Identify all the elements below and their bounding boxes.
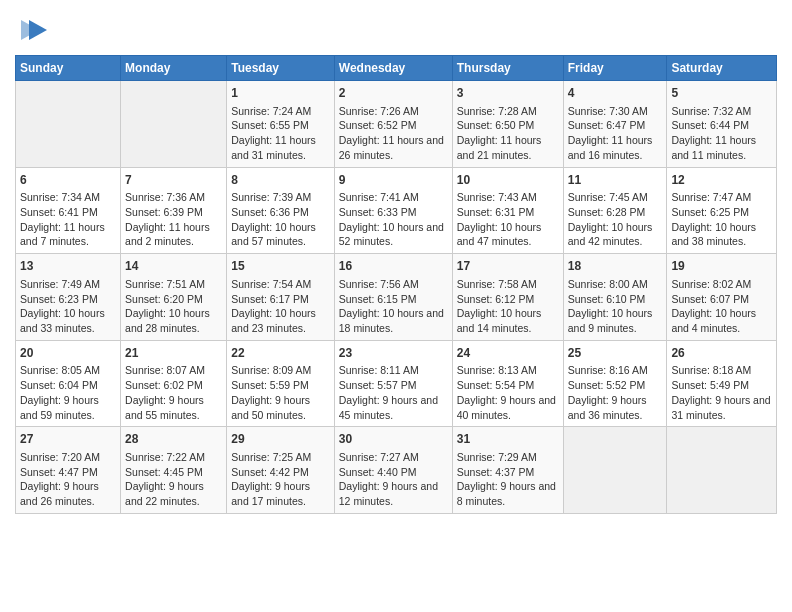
day-info: Daylight: 9 hours and 55 minutes.: [125, 393, 222, 422]
day-number: 3: [457, 85, 559, 102]
day-info: Sunset: 6:39 PM: [125, 205, 222, 220]
day-number: 4: [568, 85, 663, 102]
day-info: Sunrise: 7:28 AM: [457, 104, 559, 119]
day-info: Sunrise: 7:20 AM: [20, 450, 116, 465]
weekday-header-cell: Saturday: [667, 56, 777, 81]
calendar-cell: 26Sunrise: 8:18 AMSunset: 5:49 PMDayligh…: [667, 340, 777, 427]
calendar-week-row: 13Sunrise: 7:49 AMSunset: 6:23 PMDayligh…: [16, 254, 777, 341]
day-info: Sunset: 6:17 PM: [231, 292, 330, 307]
calendar-cell: [121, 81, 227, 168]
day-number: 23: [339, 345, 448, 362]
weekday-header-cell: Wednesday: [334, 56, 452, 81]
calendar-cell: 17Sunrise: 7:58 AMSunset: 6:12 PMDayligh…: [452, 254, 563, 341]
day-info: Sunset: 6:41 PM: [20, 205, 116, 220]
day-number: 26: [671, 345, 772, 362]
day-number: 22: [231, 345, 330, 362]
calendar-cell: [563, 427, 667, 514]
day-info: Daylight: 10 hours and 33 minutes.: [20, 306, 116, 335]
day-info: Daylight: 9 hours and 31 minutes.: [671, 393, 772, 422]
day-number: 19: [671, 258, 772, 275]
day-info: Daylight: 11 hours and 2 minutes.: [125, 220, 222, 249]
calendar-week-row: 6Sunrise: 7:34 AMSunset: 6:41 PMDaylight…: [16, 167, 777, 254]
day-info: Sunset: 6:52 PM: [339, 118, 448, 133]
day-number: 28: [125, 431, 222, 448]
day-info: Sunrise: 7:26 AM: [339, 104, 448, 119]
calendar-cell: 7Sunrise: 7:36 AMSunset: 6:39 PMDaylight…: [121, 167, 227, 254]
day-info: Daylight: 10 hours and 57 minutes.: [231, 220, 330, 249]
day-info: Sunset: 6:28 PM: [568, 205, 663, 220]
calendar-cell: 4Sunrise: 7:30 AMSunset: 6:47 PMDaylight…: [563, 81, 667, 168]
calendar-week-row: 20Sunrise: 8:05 AMSunset: 6:04 PMDayligh…: [16, 340, 777, 427]
day-info: Sunset: 4:45 PM: [125, 465, 222, 480]
day-number: 16: [339, 258, 448, 275]
day-info: Daylight: 9 hours and 36 minutes.: [568, 393, 663, 422]
calendar-week-row: 1Sunrise: 7:24 AMSunset: 6:55 PMDaylight…: [16, 81, 777, 168]
day-info: Daylight: 10 hours and 4 minutes.: [671, 306, 772, 335]
day-number: 21: [125, 345, 222, 362]
day-info: Sunset: 6:07 PM: [671, 292, 772, 307]
weekday-header-cell: Friday: [563, 56, 667, 81]
day-number: 2: [339, 85, 448, 102]
calendar-cell: 11Sunrise: 7:45 AMSunset: 6:28 PMDayligh…: [563, 167, 667, 254]
calendar-cell: 13Sunrise: 7:49 AMSunset: 6:23 PMDayligh…: [16, 254, 121, 341]
day-info: Sunset: 6:02 PM: [125, 378, 222, 393]
day-info: Sunset: 6:55 PM: [231, 118, 330, 133]
day-info: Sunrise: 7:58 AM: [457, 277, 559, 292]
day-info: Daylight: 9 hours and 40 minutes.: [457, 393, 559, 422]
day-info: Sunrise: 7:25 AM: [231, 450, 330, 465]
calendar-cell: [16, 81, 121, 168]
day-number: 5: [671, 85, 772, 102]
day-info: Sunrise: 7:32 AM: [671, 104, 772, 119]
day-info: Sunset: 5:49 PM: [671, 378, 772, 393]
calendar-cell: 25Sunrise: 8:16 AMSunset: 5:52 PMDayligh…: [563, 340, 667, 427]
calendar-cell: 8Sunrise: 7:39 AMSunset: 6:36 PMDaylight…: [227, 167, 335, 254]
day-info: Daylight: 10 hours and 9 minutes.: [568, 306, 663, 335]
day-info: Sunrise: 7:47 AM: [671, 190, 772, 205]
day-info: Daylight: 9 hours and 50 minutes.: [231, 393, 330, 422]
day-info: Sunrise: 7:30 AM: [568, 104, 663, 119]
day-info: Sunrise: 8:00 AM: [568, 277, 663, 292]
calendar-table: SundayMondayTuesdayWednesdayThursdayFrid…: [15, 55, 777, 514]
day-info: Sunset: 6:33 PM: [339, 205, 448, 220]
calendar-cell: 24Sunrise: 8:13 AMSunset: 5:54 PMDayligh…: [452, 340, 563, 427]
day-info: Daylight: 10 hours and 38 minutes.: [671, 220, 772, 249]
day-info: Daylight: 9 hours and 26 minutes.: [20, 479, 116, 508]
day-info: Sunset: 6:47 PM: [568, 118, 663, 133]
calendar-cell: 2Sunrise: 7:26 AMSunset: 6:52 PMDaylight…: [334, 81, 452, 168]
calendar-cell: 5Sunrise: 7:32 AMSunset: 6:44 PMDaylight…: [667, 81, 777, 168]
day-number: 25: [568, 345, 663, 362]
day-info: Sunrise: 7:51 AM: [125, 277, 222, 292]
day-number: 11: [568, 172, 663, 189]
calendar-cell: 16Sunrise: 7:56 AMSunset: 6:15 PMDayligh…: [334, 254, 452, 341]
day-info: Sunset: 6:50 PM: [457, 118, 559, 133]
calendar-cell: [667, 427, 777, 514]
day-number: 27: [20, 431, 116, 448]
day-info: Daylight: 10 hours and 52 minutes.: [339, 220, 448, 249]
day-info: Sunrise: 8:09 AM: [231, 363, 330, 378]
day-info: Daylight: 9 hours and 22 minutes.: [125, 479, 222, 508]
calendar-cell: 14Sunrise: 7:51 AMSunset: 6:20 PMDayligh…: [121, 254, 227, 341]
day-info: Daylight: 10 hours and 23 minutes.: [231, 306, 330, 335]
calendar-cell: 20Sunrise: 8:05 AMSunset: 6:04 PMDayligh…: [16, 340, 121, 427]
calendar-cell: 10Sunrise: 7:43 AMSunset: 6:31 PMDayligh…: [452, 167, 563, 254]
weekday-header-cell: Monday: [121, 56, 227, 81]
day-info: Sunrise: 8:05 AM: [20, 363, 116, 378]
day-info: Sunset: 6:12 PM: [457, 292, 559, 307]
day-info: Sunrise: 7:49 AM: [20, 277, 116, 292]
weekday-header-cell: Thursday: [452, 56, 563, 81]
calendar-cell: 1Sunrise: 7:24 AMSunset: 6:55 PMDaylight…: [227, 81, 335, 168]
day-info: Sunrise: 8:18 AM: [671, 363, 772, 378]
day-info: Sunrise: 7:54 AM: [231, 277, 330, 292]
logo: [15, 15, 49, 45]
header: [15, 15, 777, 45]
day-info: Sunrise: 7:41 AM: [339, 190, 448, 205]
calendar-cell: 30Sunrise: 7:27 AMSunset: 4:40 PMDayligh…: [334, 427, 452, 514]
day-info: Sunrise: 8:07 AM: [125, 363, 222, 378]
day-info: Daylight: 9 hours and 8 minutes.: [457, 479, 559, 508]
day-number: 8: [231, 172, 330, 189]
day-number: 29: [231, 431, 330, 448]
calendar-cell: 12Sunrise: 7:47 AMSunset: 6:25 PMDayligh…: [667, 167, 777, 254]
day-number: 17: [457, 258, 559, 275]
day-info: Sunrise: 8:13 AM: [457, 363, 559, 378]
day-info: Daylight: 11 hours and 7 minutes.: [20, 220, 116, 249]
